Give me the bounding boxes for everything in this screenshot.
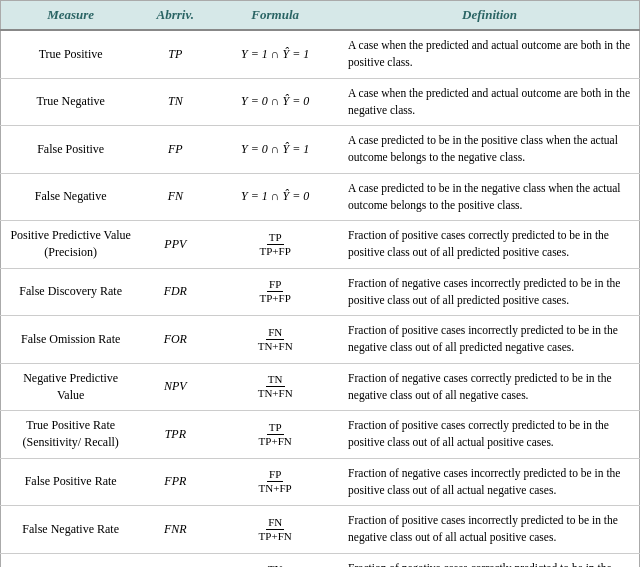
table-row: False Positive RateFPRFPTN+FPFraction of…	[1, 458, 640, 506]
cell-definition: Fraction of positive cases incorrectly p…	[340, 316, 639, 364]
cell-formula: FPTN+FP	[210, 458, 340, 506]
cell-abbrev: TP	[140, 30, 210, 78]
cell-definition: Fraction of positive cases incorrectly p…	[340, 506, 639, 554]
header-definition: Definition	[340, 1, 639, 31]
cell-measure: False Discovery Rate	[1, 268, 141, 316]
table-row: Positive Predictive Value (Precision)PPV…	[1, 221, 640, 269]
table-row: True NegativeTNY = 0 ∩ Ŷ = 0A case when …	[1, 78, 640, 126]
table-row: False Discovery RateFDRFPTP+FPFraction o…	[1, 268, 640, 316]
cell-abbrev: FDR	[140, 268, 210, 316]
cell-measure: False Negative	[1, 173, 141, 221]
cell-formula: TNTN+FP	[210, 553, 340, 567]
table-row: Negative Predictive ValueNPVTNTN+FNFract…	[1, 363, 640, 411]
cell-definition: A case when the predicted and actual out…	[340, 30, 639, 78]
cell-measure: Positive Predictive Value (Precision)	[1, 221, 141, 269]
header-measure: Measure	[1, 1, 141, 31]
cell-formula: Y = 1 ∩ Ŷ = 0	[210, 173, 340, 221]
cell-definition: A case predicted to be in the positive c…	[340, 126, 639, 174]
table-row: False Omission RateFORFNTN+FNFraction of…	[1, 316, 640, 364]
cell-formula: TNTN+FN	[210, 363, 340, 411]
table-row: True PositiveTPY = 1 ∩ Ŷ = 1A case when …	[1, 30, 640, 78]
cell-definition: Fraction of positive cases correctly pre…	[340, 221, 639, 269]
cell-measure: True Negative	[1, 78, 141, 126]
cell-formula: FPTP+FP	[210, 268, 340, 316]
cell-formula: Y = 0 ∩ Ŷ = 0	[210, 78, 340, 126]
cell-definition: Fraction of negative cases correctly pre…	[340, 363, 639, 411]
cell-definition: Fraction of negative cases incorrectly p…	[340, 268, 639, 316]
cell-abbrev: TPR	[140, 411, 210, 459]
cell-definition: Fraction of positive cases correctly pre…	[340, 411, 639, 459]
header-abbrev: Abrriv.	[140, 1, 210, 31]
cell-formula: Y = 1 ∩ Ŷ = 1	[210, 30, 340, 78]
cell-abbrev: FNR	[140, 506, 210, 554]
table-row: False Negative RateFNRFNTP+FNFraction of…	[1, 506, 640, 554]
cell-abbrev: TNR	[140, 553, 210, 567]
table-row: False NegativeFNY = 1 ∩ Ŷ = 0A case pred…	[1, 173, 640, 221]
cell-definition: A case predicted to be in the negative c…	[340, 173, 639, 221]
cell-measure: False Positive	[1, 126, 141, 174]
cell-abbrev: FPR	[140, 458, 210, 506]
cell-abbrev: FN	[140, 173, 210, 221]
cell-measure: False Negative Rate	[1, 506, 141, 554]
cell-formula: TPTP+FP	[210, 221, 340, 269]
cell-formula: FNTN+FN	[210, 316, 340, 364]
table-row: True Positive Rate (Sensitivity/ Recall)…	[1, 411, 640, 459]
cell-abbrev: NPV	[140, 363, 210, 411]
header-formula: Formula	[210, 1, 340, 31]
cell-abbrev: TN	[140, 78, 210, 126]
cell-abbrev: PPV	[140, 221, 210, 269]
cell-measure: True Positive	[1, 30, 141, 78]
cell-definition: A case when the predicted and actual out…	[340, 78, 639, 126]
cell-measure: False Positive Rate	[1, 458, 141, 506]
cell-measure: Negative Predictive Value	[1, 363, 141, 411]
cell-definition: Fraction of negative cases incorrectly p…	[340, 458, 639, 506]
cell-definition: Fraction of negative cases correctly pre…	[340, 553, 639, 567]
cell-formula: Y = 0 ∩ Ŷ = 1	[210, 126, 340, 174]
table-row: True Negative RateTNRTNTN+FPFraction of …	[1, 553, 640, 567]
cell-formula: FNTP+FN	[210, 506, 340, 554]
table-row: False PositiveFPY = 0 ∩ Ŷ = 1A case pred…	[1, 126, 640, 174]
cell-measure: True Negative Rate	[1, 553, 141, 567]
cell-formula: TPTP+FN	[210, 411, 340, 459]
cell-abbrev: FP	[140, 126, 210, 174]
cell-measure: True Positive Rate (Sensitivity/ Recall)	[1, 411, 141, 459]
cell-abbrev: FOR	[140, 316, 210, 364]
cell-measure: False Omission Rate	[1, 316, 141, 364]
